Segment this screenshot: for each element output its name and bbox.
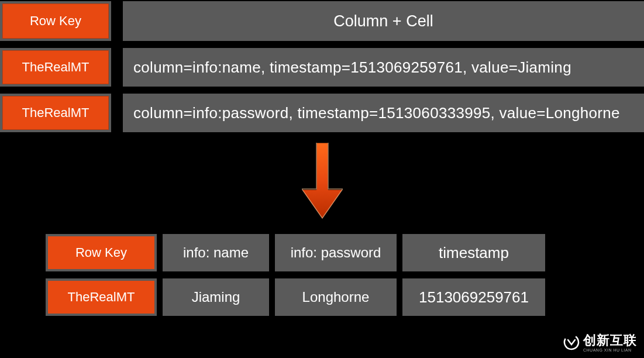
rowkey-cell: TheRealMT [0, 48, 111, 87]
column-cell-value: column=info:password, timestamp=15130603… [123, 94, 644, 132]
header-info-name: info: name [163, 234, 269, 271]
password-cell: Longhorne [275, 278, 397, 316]
timestamp-cell: 1513069259761 [402, 278, 545, 316]
header-timestamp: timestamp [402, 234, 545, 271]
rowkey-cell: TheRealMT [0, 94, 111, 132]
svg-point-0 [563, 334, 580, 350]
header-rowkey: Row Key [46, 234, 157, 271]
header-info-password: info: password [275, 234, 397, 271]
top-header-row: Row Key Column + Cell [0, 1, 644, 41]
brand-logo: 创新互联 CHUANG XIN HU LIAN [563, 332, 637, 352]
logo-subtext: CHUANG XIN HU LIAN [583, 348, 637, 352]
top-data-row-2: TheRealMT column=info:password, timestam… [0, 94, 644, 132]
header-rowkey: Row Key [0, 1, 111, 41]
bottom-header-row: Row Key info: name info: password timest… [46, 234, 644, 271]
column-cell-value: column=info:name, timestamp=151306925976… [123, 48, 644, 87]
rowkey-cell: TheRealMT [46, 278, 157, 316]
bottom-data-row: TheRealMT Jiaming Longhorne 151306925976… [46, 278, 644, 316]
header-column-cell: Column + Cell [123, 1, 644, 41]
name-cell: Jiaming [163, 278, 269, 316]
arrow-down-icon [0, 143, 644, 219]
logo-icon [563, 334, 580, 350]
top-data-row-1: TheRealMT column=info:name, timestamp=15… [0, 48, 644, 87]
logo-text: 创新互联 [583, 333, 637, 347]
bottom-table: Row Key info: name info: password timest… [0, 234, 644, 316]
top-table: Row Key Column + Cell TheRealMT column=i… [0, 0, 644, 132]
